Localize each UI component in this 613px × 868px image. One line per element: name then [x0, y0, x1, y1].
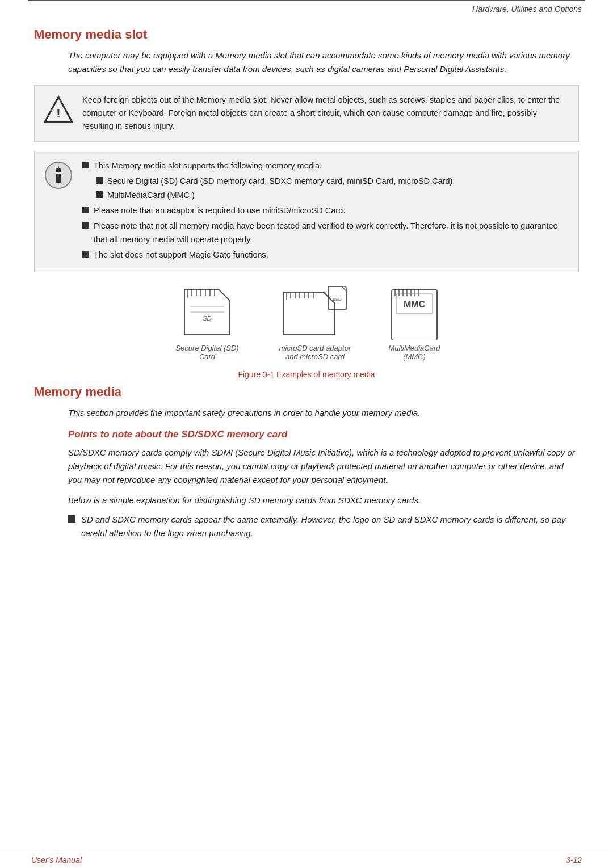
info-bullet-3: Please note that not all memory media ha… [82, 220, 569, 246]
mmc-svg: MMC [386, 284, 443, 340]
section-memory-media-slot: Memory media slot The computer may be eq… [34, 27, 579, 379]
subsection-bullet1: SD and SDXC memory cards appear the same… [68, 513, 579, 540]
section-heading-memory-media-slot: Memory media slot [34, 27, 579, 42]
info-sub-bullet-2: MultiMediaCard (MMC ) [96, 189, 569, 202]
footer-left: User's Manual [31, 856, 82, 865]
microsd-svg: μSD [278, 284, 352, 340]
svg-rect-4 [56, 174, 61, 183]
subsection-para1: SD/SDXC memory cards comply with SDMI (S… [68, 446, 579, 487]
footer-right: 3-12 [566, 856, 582, 865]
info-icon: i [44, 161, 73, 190]
page-header-right: Hardware, Utilities and Options [0, 1, 613, 16]
intro-paragraph: The computer may be equipped with a Memo… [68, 49, 579, 76]
section-heading-memory-media: Memory media [34, 385, 579, 399]
subsection-sd-sdxc-heading: Points to note about the SD/SDXC memory … [68, 429, 579, 440]
svg-text:μSD: μSD [333, 297, 342, 302]
info-bullet-1: This Memory media slot supports the foll… [82, 159, 569, 172]
svg-marker-17 [284, 292, 335, 335]
figure-images: SD Secure Digital (SD) Card [170, 284, 443, 361]
subsection-sd-sdxc: Points to note about the SD/SDXC memory … [68, 429, 579, 540]
info-bullet-2: Please note that an adaptor is required … [82, 204, 569, 217]
figure-caption-mmc: MultiMediaCard(MMC) [388, 344, 440, 361]
svg-text:!: ! [56, 106, 60, 120]
figure-main-caption: Figure 3-1 Examples of memory media [238, 370, 375, 379]
subsection-para2: Below is a simple explanation for distin… [68, 494, 579, 507]
figure-area: SD Secure Digital (SD) Card [34, 284, 579, 379]
footer: User's Manual 3-12 [0, 852, 613, 868]
warning-box: ! Keep foreign objects out of the Memory… [34, 85, 579, 142]
info-sub-bullet-1: Secure Digital (SD) Card (SD memory card… [96, 175, 569, 188]
info-bullet-4: The slot does not support Magic Gate fun… [82, 248, 569, 262]
info-box: i This Memory media slot supports the fo… [34, 151, 579, 272]
svg-text:SD: SD [203, 315, 211, 322]
svg-rect-28 [392, 289, 437, 340]
sd-card-svg: SD [176, 284, 238, 340]
subsection-bullet1-text: SD and SDXC memory cards appear the same… [81, 513, 579, 540]
svg-rect-5 [56, 168, 61, 172]
figure-item-sd: SD Secure Digital (SD) Card [170, 284, 244, 361]
figure-caption-microsd: microSD card adaptorand microSD card [279, 344, 351, 361]
figure-item-mmc: MMC MultiMediaCard(MMC) [386, 284, 443, 361]
figure-caption-sd: Secure Digital (SD) Card [170, 344, 244, 361]
warning-icon: ! [44, 95, 73, 124]
svg-text:MMC: MMC [404, 300, 426, 309]
section2-intro: This section provides the important safe… [68, 406, 579, 420]
info-content: This Memory media slot supports the foll… [82, 159, 569, 264]
warning-text: Keep foreign objects out of the Memory m… [82, 94, 569, 133]
section-memory-media: Memory media This section provides the i… [34, 385, 579, 540]
figure-item-microsd: μSD microSD card adaptorand microSD card [278, 284, 352, 361]
